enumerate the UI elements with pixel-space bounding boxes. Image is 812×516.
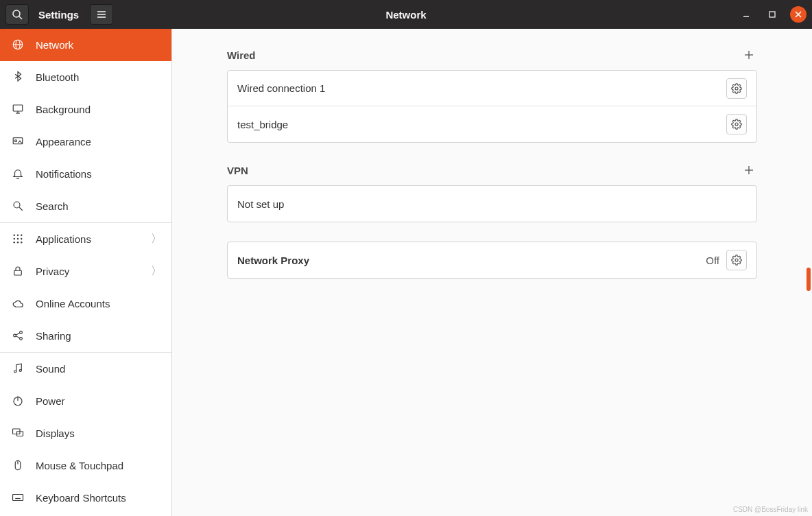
connection-name: test_bridge [237,119,726,130]
sidebar-item-label: Background [36,104,91,115]
sidebar-item-sound[interactable]: Sound [0,353,171,385]
vpn-section-header: VPN [227,162,757,178]
proxy-card: Network Proxy Off [227,242,757,279]
mouse-icon [11,458,25,472]
svg-point-35 [19,370,21,372]
svg-rect-6 [769,12,775,17]
scrollbar-thumb[interactable] [807,268,811,291]
gear-icon [731,119,742,130]
svg-line-33 [16,336,20,338]
wired-card: Wired connection 1test_bridge [227,70,757,143]
vpn-card: Not set up [227,185,757,222]
search-icon [12,9,23,20]
sidebar-item-mouse-touchpad[interactable]: Mouse & Touchpad [0,449,171,482]
svg-point-21 [21,235,22,236]
sidebar-item-network[interactable]: Network [0,29,171,61]
svg-line-18 [19,207,23,211]
sidebar-item-label: Keyboard Shortcuts [36,492,126,504]
sidebar-item-privacy[interactable]: Privacy〉 [0,255,171,288]
close-button[interactable] [790,6,807,23]
sidebar-item-label: Sharing [36,330,71,342]
wired-title: Wired [227,49,256,61]
sidebar-item-label: Appearance [36,136,91,148]
proxy-settings-button[interactable] [726,250,747,270]
sidebar-item-power[interactable]: Power [0,385,171,417]
sidebar-item-notifications[interactable]: Notifications [0,158,171,190]
proxy-row[interactable]: Network Proxy Off [228,242,756,278]
main-area: NetworkBluetoothBackgroundAppearanceNoti… [0,29,812,516]
connection-name: Wired connection 1 [237,82,726,94]
vpn-title: VPN [227,165,248,176]
globe-icon [11,38,25,51]
sidebar-item-bluetooth[interactable]: Bluetooth [0,61,171,93]
keyboard-icon [11,491,25,504]
display-icon [11,426,25,440]
sidebar: NetworkBluetoothBackgroundAppearanceNoti… [0,29,172,516]
svg-point-27 [21,242,22,243]
monitor-icon [11,102,25,116]
connection-settings-button[interactable] [726,114,747,134]
sidebar-item-displays[interactable]: Displays [0,417,171,449]
svg-point-19 [14,235,15,236]
proxy-title: Network Proxy [237,255,706,266]
chevron-right-icon: 〉 [151,264,162,279]
svg-line-32 [16,333,20,335]
sidebar-item-label: Online Accounts [36,298,110,309]
svg-point-34 [14,371,16,373]
svg-point-0 [13,10,20,17]
add-wired-button[interactable] [741,47,757,63]
sidebar-item-label: Privacy [36,266,69,277]
chevron-right-icon: 〉 [151,232,162,246]
svg-point-50 [735,87,738,90]
power-icon [11,394,25,408]
sidebar-item-appearance[interactable]: Appearance [0,126,171,158]
window-controls [738,6,807,23]
add-vpn-button[interactable] [741,162,757,178]
svg-point-51 [735,123,738,126]
plus-icon [743,49,754,60]
svg-point-17 [14,202,20,208]
proxy-status: Off [706,255,719,266]
connection-settings-button[interactable] [726,78,747,99]
maximize-button[interactable] [764,6,780,23]
svg-rect-42 [13,495,23,501]
sidebar-item-online-accounts[interactable]: Online Accounts [0,288,171,320]
svg-point-26 [17,242,19,243]
cloud-icon [11,296,25,310]
gear-icon [731,83,742,94]
sidebar-item-label: Bluetooth [36,71,79,83]
svg-point-22 [14,238,15,239]
gear-icon [731,255,742,266]
bluetooth-icon [11,70,25,84]
sidebar-item-search[interactable]: Search [0,190,171,222]
sidebar-item-label: Mouse & Touchpad [36,460,123,471]
header-left: Settings [0,4,113,25]
maximize-icon [769,11,776,18]
sidebar-item-applications[interactable]: Applications〉 [0,223,171,255]
sidebar-item-background[interactable]: Background [0,93,171,126]
svg-point-25 [14,242,15,243]
search-button[interactable] [5,4,29,25]
vpn-empty-label: Not set up [237,198,747,210]
wired-connection-row[interactable]: Wired connection 1 [228,71,756,106]
sidebar-item-label: Displays [36,427,75,439]
minimize-button[interactable] [738,6,754,23]
plus-icon [743,165,754,176]
sidebar-item-keyboard-shortcuts[interactable]: Keyboard Shortcuts [0,482,171,514]
svg-point-16 [15,140,17,142]
grid-icon [11,232,25,246]
wired-section-header: Wired [227,47,757,63]
svg-point-24 [21,238,22,239]
share-icon [11,329,25,342]
note-icon [11,362,25,375]
sidebar-item-sharing[interactable]: Sharing [0,320,171,352]
appearance-icon [11,134,25,148]
sidebar-item-label: Sound [36,363,65,375]
svg-point-23 [17,238,19,239]
sidebar-item-label: Network [36,39,73,51]
sidebar-item-label: Power [36,395,65,407]
sidebar-item-label: Applications [36,233,91,245]
close-icon [795,11,802,18]
wired-connection-row[interactable]: test_bridge [228,106,756,142]
menu-button[interactable] [90,4,113,25]
